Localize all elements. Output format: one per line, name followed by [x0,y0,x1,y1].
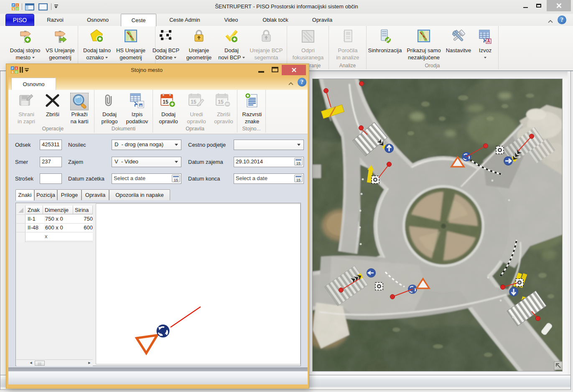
svg-text:I: I [16,67,17,70]
svg-text:15: 15 [218,99,224,105]
svg-text:15: 15 [191,99,196,105]
svg-text:P: P [12,67,14,70]
svg-text:W: W [140,104,143,107]
svg-text:O: O [15,71,18,74]
svg-text:A: A [487,39,490,43]
svg-text:I: I [17,4,18,7]
svg-text:S: S [13,8,15,10]
svg-text:15: 15 [163,99,168,105]
svg-text:P: P [13,4,15,7]
svg-text:S: S [12,71,14,74]
svg-text:O: O [16,8,18,10]
